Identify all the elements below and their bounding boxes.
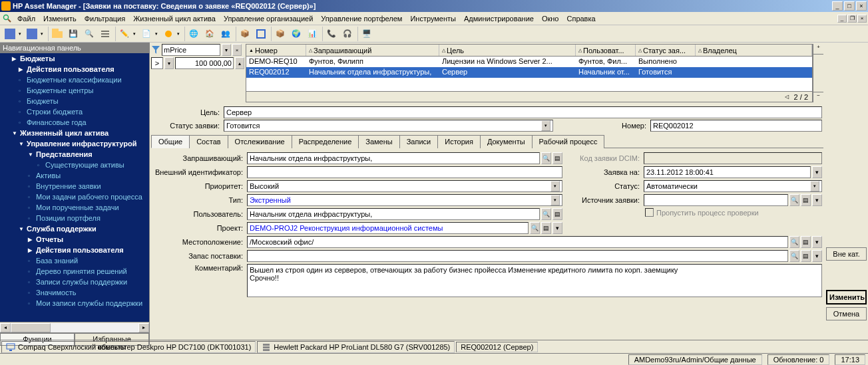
lookup-icon[interactable]: 🔍 (530, 222, 540, 234)
nav-icon[interactable] (3, 27, 17, 41)
tab-1[interactable]: Состав (189, 135, 228, 148)
dropdown-icon[interactable]: ▾ (541, 120, 550, 131)
tree-item[interactable]: ○Существующие активы (0, 160, 149, 170)
statusbar-item[interactable]: Compaq Сверхплоский компьютер Deskpro HP… (1, 341, 256, 353)
minimize-button[interactable]: _ (832, 1, 843, 11)
forward-icon[interactable] (25, 27, 39, 41)
col-number[interactable]: ▲Номер (246, 45, 306, 56)
tab-3[interactable]: Распределение (292, 135, 359, 148)
list-icon[interactable]: ▤ (552, 208, 562, 220)
tree-item[interactable]: ○Значимость (0, 287, 149, 298)
dropdown-icon[interactable]: ▾ (552, 222, 562, 234)
offcatalog-button[interactable]: Вне кат. (826, 247, 867, 261)
tree-item[interactable]: ○Бюджеты (0, 96, 149, 106)
tree-item[interactable]: ○Активы (0, 170, 149, 181)
mdi-close-button[interactable]: × (857, 15, 867, 23)
mdi-restore-button[interactable]: ❐ (847, 15, 857, 23)
statusbar-item[interactable]: Hewlett Packard HP ProLiant DL580 G7 (SR… (257, 341, 455, 353)
scroll-left-icon[interactable]: ◂ (0, 323, 11, 332)
dropdown-icon[interactable]: ▾ (550, 195, 560, 205)
world-icon[interactable]: 🌍 (289, 27, 304, 41)
table-row[interactable]: REQ002012Начальник отдела инфраструктуры… (246, 67, 812, 78)
col-owner[interactable]: △Владелец (696, 45, 812, 56)
list-icon[interactable]: ▤ (552, 152, 562, 164)
globe-icon[interactable]: 🌐 (186, 27, 201, 41)
menu-окно[interactable]: Окно (538, 13, 563, 24)
grid-body[interactable]: DEMO-REQ10Фунтов, ФилиппЛицензии на Wind… (246, 57, 812, 91)
tree-item[interactable]: ○Строки бюджета (0, 106, 149, 117)
tree-item[interactable]: ▶Отчеты (0, 234, 149, 245)
dropdown-icon[interactable]: ▾ (19, 31, 23, 37)
col-requester[interactable]: △Запрашивающий (306, 45, 439, 56)
dropdown-icon[interactable]: ▾ (810, 181, 819, 191)
extid-input[interactable] (247, 166, 562, 178)
close-button[interactable]: × (856, 1, 867, 11)
menu-администрирование[interactable]: Администрирование (460, 13, 538, 24)
phone-icon[interactable]: 📞 (324, 27, 339, 41)
tree-item[interactable]: ○Мои записи службы поддержки (0, 298, 149, 308)
dropdown-icon[interactable]: ▾ (550, 181, 560, 191)
tree-item[interactable]: ▶Действия пользователя (0, 64, 149, 74)
tree-item[interactable]: ○Финансовые года (0, 117, 149, 128)
comment-textarea[interactable]: Вышел из строя один из серверов, отвечаю… (247, 264, 822, 297)
save-icon[interactable]: 💾 (66, 27, 81, 41)
status2-select[interactable]: Автоматически▾ (644, 180, 822, 192)
lookup-icon[interactable]: 🔍 (789, 194, 799, 206)
tab-5[interactable]: Записи (399, 135, 439, 148)
statusbar-item[interactable]: REQ002012 (Сервер) (456, 342, 538, 352)
headset-icon[interactable]: 🎧 (340, 27, 355, 41)
cube-icon[interactable] (254, 27, 268, 41)
list-icon[interactable]: ▤ (801, 236, 811, 248)
tree-item[interactable]: ▶Бюджеты (0, 53, 149, 64)
spinner-up-icon[interactable]: ▴ (235, 57, 244, 69)
wand-icon[interactable]: ✏️ (117, 27, 132, 41)
tree-item[interactable]: ○Дерево принятия решений (0, 266, 149, 277)
tree-item[interactable]: ▼Управление инфраструктурой (0, 138, 149, 149)
menu-справка[interactable]: Справка (562, 13, 599, 24)
home-icon[interactable]: 🏠 (202, 27, 217, 41)
tree-item[interactable]: ○Мои порученные задачи (0, 202, 149, 213)
tab-2[interactable]: Отслеживание (228, 135, 292, 148)
user-input[interactable] (247, 208, 540, 220)
dropdown-icon[interactable]: ▾ (812, 166, 822, 178)
filter-field-select[interactable] (162, 44, 220, 56)
tree-item[interactable]: ▼Служба поддержки (0, 223, 149, 234)
project-input[interactable]: DEMO-PROJ2 Реконструкция информационной … (247, 222, 529, 234)
menu-фильтрация[interactable]: Фильтрация (81, 13, 129, 24)
tree-item[interactable]: ○Бюджетные центры (0, 85, 149, 96)
grid-vscrollbar[interactable]: + − (813, 44, 823, 102)
dropdown-icon[interactable]: ▾ (164, 57, 174, 69)
tree-item[interactable]: ○Внутренние заявки (0, 181, 149, 191)
tab-4[interactable]: Замены (358, 135, 399, 148)
goal-input[interactable] (224, 106, 822, 118)
modify-button[interactable]: Изменить (826, 290, 867, 304)
cancel-button[interactable]: Отмена (826, 307, 867, 320)
menu-файл[interactable]: Файл (13, 13, 39, 24)
lookup-icon[interactable]: 🔍 (541, 208, 551, 220)
tab-6[interactable]: История (437, 135, 481, 148)
menu-жизненный цикл актива[interactable]: Жизненный цикл актива (129, 13, 220, 24)
tree-item[interactable]: ▼Представления (0, 149, 149, 160)
requester-input[interactable] (247, 152, 540, 164)
lookup-icon[interactable]: 🔍 (789, 236, 799, 248)
source-input[interactable] (644, 194, 788, 206)
location-input[interactable] (247, 236, 788, 248)
scroll-right-icon[interactable]: ▸ (138, 323, 149, 332)
grid-prev-icon[interactable]: ◁ (785, 94, 789, 100)
tree-item[interactable]: ○Записи службы поддержки (0, 277, 149, 287)
menu-управление портфелем[interactable]: Управление портфелем (317, 13, 406, 24)
maximize-button[interactable]: □ (844, 1, 855, 11)
box-icon[interactable]: 📦 (238, 27, 252, 41)
scroll-thumb[interactable] (11, 323, 51, 332)
reserve-input[interactable] (247, 250, 788, 262)
priority-select[interactable]: Высокий▾ (247, 180, 562, 192)
type-select[interactable]: Экстренный▾ (247, 194, 562, 206)
lookup-icon[interactable]: 🔍 (789, 250, 799, 262)
list-icon[interactable]: ▤ (541, 222, 551, 234)
lookup-icon[interactable]: 🔍 (541, 152, 551, 164)
dropdown-icon[interactable]: ▾ (222, 44, 231, 56)
tab-8[interactable]: Рабочий процесс (532, 135, 605, 148)
dropdown-icon[interactable]: ▾ (812, 250, 822, 262)
gear-icon[interactable] (161, 27, 176, 41)
tree-item[interactable]: ○Бюджетные классификации (0, 74, 149, 85)
